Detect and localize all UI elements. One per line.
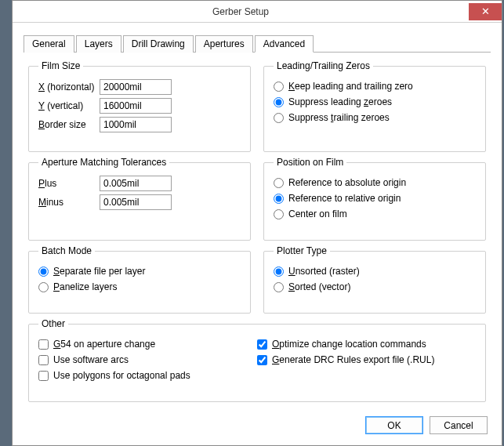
- position-group: Position on Film Reference to absolute o…: [263, 157, 486, 241]
- suppress-leading-label: Suppress leading zeroes: [288, 96, 392, 107]
- x-horizontal-label: X (horizontal): [38, 82, 100, 92]
- center-film-radio[interactable]: [274, 209, 284, 219]
- gerber-setup-dialog: Gerber Setup ✕ General Layers Drill Draw…: [12, 0, 502, 446]
- suppress-trailing-radio[interactable]: [274, 113, 284, 123]
- dialog-buttons: OK Cancel: [13, 408, 502, 445]
- suppress-leading-radio[interactable]: [274, 97, 284, 107]
- rel-origin-radio[interactable]: [274, 194, 284, 204]
- tab-layers[interactable]: Layers: [76, 35, 121, 53]
- plus-input[interactable]: [100, 176, 172, 191]
- separate-file-label: Separate file per layer: [53, 266, 145, 277]
- aperture-tolerances-legend: Aperture Matching Tolerances: [38, 157, 169, 168]
- batch-mode-legend: Batch Mode: [38, 245, 95, 256]
- close-button[interactable]: ✕: [469, 3, 502, 20]
- tab-strip: General Layers Drill Drawing Apertures A…: [24, 35, 491, 53]
- panelize-radio[interactable]: [38, 282, 49, 292]
- g54-label: G54 on aperture change: [53, 339, 155, 350]
- polygons-label: Use polygons for octagonal pads: [53, 370, 190, 381]
- window-title: Gerber Setup: [13, 6, 469, 17]
- other-legend: Other: [38, 318, 68, 329]
- cancel-button[interactable]: Cancel: [430, 416, 488, 434]
- unsorted-label: Unsorted (raster): [288, 266, 360, 277]
- other-group: Other G54 on aperture change Use softwar…: [28, 318, 486, 402]
- zeros-legend: Leading/Trailing Zeros: [274, 60, 373, 71]
- minus-label: Minus: [38, 197, 100, 208]
- batch-mode-group: Batch Mode Separate file per layer Panel…: [28, 245, 251, 314]
- y-vertical-label: Y (vertical): [38, 100, 100, 111]
- x-horizontal-input[interactable]: [100, 79, 172, 95]
- generate-drc-label: Generate DRC Rules export file (.RUL): [272, 354, 434, 365]
- ok-button[interactable]: OK: [365, 416, 423, 434]
- optimize-label: Optimize change location commands: [272, 339, 426, 350]
- keep-zero-label: Keep leading and trailing zero: [288, 81, 413, 92]
- plotter-type-group: Plotter Type Unsorted (raster) Sorted (v…: [263, 245, 486, 314]
- titlebar: Gerber Setup ✕: [13, 1, 502, 23]
- sorted-radio[interactable]: [274, 282, 284, 292]
- separate-file-radio[interactable]: [38, 267, 49, 277]
- rel-origin-label: Reference to relative origin: [288, 193, 401, 204]
- tab-drill-drawing[interactable]: Drill Drawing: [123, 35, 194, 53]
- film-size-legend: Film Size: [38, 60, 83, 71]
- sorted-label: Sorted (vector): [288, 281, 350, 292]
- minus-input[interactable]: [100, 194, 172, 210]
- software-arcs-label: Use software arcs: [53, 354, 129, 365]
- center-film-label: Center on film: [288, 208, 347, 219]
- abs-origin-label: Reference to absolute origin: [288, 177, 406, 188]
- abs-origin-radio[interactable]: [274, 178, 284, 188]
- film-size-group: Film Size X (horizontal) Y (vertical) Bo…: [28, 60, 251, 152]
- border-size-input[interactable]: [100, 117, 172, 132]
- suppress-trailing-label: Suppress trailing zeroes: [288, 112, 390, 123]
- polygons-checkbox[interactable]: [38, 371, 49, 381]
- g54-checkbox[interactable]: [38, 339, 49, 350]
- optimize-checkbox[interactable]: [257, 339, 267, 350]
- y-vertical-input[interactable]: [100, 98, 172, 114]
- position-legend: Position on Film: [274, 157, 346, 168]
- tab-general[interactable]: General: [24, 35, 74, 53]
- aperture-tolerances-group: Aperture Matching Tolerances Plus Minus: [28, 157, 251, 241]
- keep-zero-radio[interactable]: [274, 82, 284, 92]
- close-icon: ✕: [481, 5, 490, 17]
- tab-advanced[interactable]: Advanced: [255, 35, 314, 53]
- border-size-label: Border size: [38, 119, 100, 130]
- generate-drc-checkbox[interactable]: [257, 355, 267, 365]
- software-arcs-checkbox[interactable]: [38, 355, 49, 365]
- zeros-group: Leading/Trailing Zeros Keep leading and …: [263, 60, 486, 152]
- plotter-type-legend: Plotter Type: [274, 245, 330, 256]
- panelize-label: Panelize layers: [53, 281, 117, 292]
- plus-label: Plus: [38, 178, 100, 189]
- advanced-panel: Film Size X (horizontal) Y (vertical) Bo…: [13, 53, 502, 408]
- tab-apertures[interactable]: Apertures: [195, 35, 253, 53]
- unsorted-radio[interactable]: [274, 267, 284, 277]
